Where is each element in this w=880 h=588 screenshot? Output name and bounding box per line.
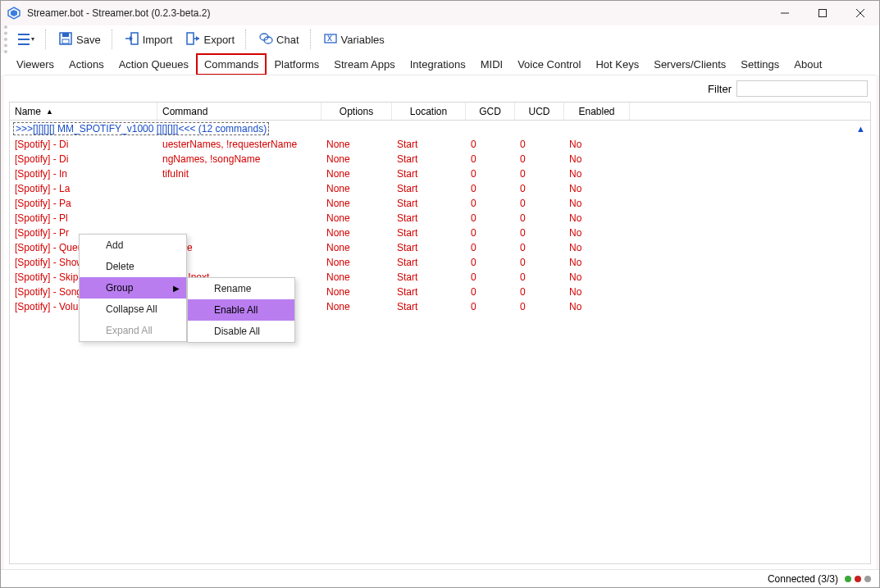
cell-enabled: No xyxy=(564,226,630,240)
save-icon xyxy=(58,31,73,48)
cell-location: Start xyxy=(392,166,466,181)
status-dot-red xyxy=(855,576,861,582)
menu-enable-all[interactable]: Enable All xyxy=(188,299,294,321)
cell-enabled: No xyxy=(564,240,630,255)
menu-delete[interactable]: Delete xyxy=(80,256,186,277)
table-row[interactable]: [Spotify] - IntifuInitNoneStart00No xyxy=(10,166,870,181)
cell-location: Start xyxy=(392,285,466,299)
statusbar: Connected (3/3) xyxy=(1,569,879,587)
cell-gcd: 0 xyxy=(466,226,515,240)
variables-icon: x xyxy=(323,31,338,48)
cell-options: None xyxy=(321,196,392,211)
tab-voice-control[interactable]: Voice Control xyxy=(510,54,588,75)
table-row[interactable]: [Spotify] - LaNoneStart00No xyxy=(10,181,870,196)
cell-options: None xyxy=(321,181,392,196)
export-button[interactable]: Export xyxy=(180,28,240,51)
svg-rect-12 xyxy=(62,39,69,43)
cell-ucd: 0 xyxy=(515,211,564,226)
status-dot-gray xyxy=(864,576,871,582)
group-header-row[interactable]: >>>[][][][] MM_SPOTIFY_v1000 [][][][]<<<… xyxy=(10,121,870,137)
cell-enabled: No xyxy=(564,285,630,299)
column-options[interactable]: Options xyxy=(321,103,392,120)
svg-text:x: x xyxy=(327,32,332,43)
svg-rect-3 xyxy=(819,10,827,17)
save-button[interactable]: Save xyxy=(52,28,107,51)
cell-options: None xyxy=(321,137,392,152)
tab-integrations[interactable]: Integrations xyxy=(403,54,473,75)
cell-enabled: No xyxy=(564,299,630,314)
filter-input[interactable] xyxy=(736,80,868,97)
variables-button[interactable]: x Variables xyxy=(317,28,390,51)
column-enabled[interactable]: Enabled xyxy=(564,103,630,120)
cell-location: Start xyxy=(392,137,466,152)
column-command[interactable]: Command xyxy=(157,103,321,120)
cell-gcd: 0 xyxy=(466,240,515,255)
tab-servers-clients[interactable]: Servers/Clients xyxy=(646,54,733,75)
cell-location: Start xyxy=(392,152,466,166)
table-row[interactable]: [Spotify] - PlNoneStart00No xyxy=(10,211,870,226)
tab-stream-apps[interactable]: Stream Apps xyxy=(326,54,402,75)
column-ucd-label: UCD xyxy=(529,106,550,117)
cell-enabled: No xyxy=(564,152,630,166)
maximize-button[interactable] xyxy=(804,1,841,25)
tab-settings[interactable]: Settings xyxy=(733,54,787,75)
tab-actions[interactable]: Actions xyxy=(62,54,112,75)
menu-disable-all-label: Disable All xyxy=(214,326,260,337)
menu-add[interactable]: Add xyxy=(80,235,186,256)
export-label: Export xyxy=(203,34,235,46)
toolbar-separator xyxy=(45,30,48,49)
cell-name: [Spotify] - Pa xyxy=(10,196,157,211)
submenu-arrow-icon: ▶ xyxy=(173,284,180,293)
content-area: Filter Name▲ Command Options Location GC… xyxy=(4,75,876,569)
table-row[interactable]: [Spotify] - DingNames, !songNameNoneStar… xyxy=(10,152,870,166)
cell-ucd: 0 xyxy=(515,181,564,196)
chat-button[interactable]: Chat xyxy=(253,28,304,51)
filter-label: Filter xyxy=(708,83,732,95)
cell-ucd: 0 xyxy=(515,240,564,255)
tab-commands[interactable]: Commands xyxy=(196,53,267,75)
tab-about[interactable]: About xyxy=(787,54,829,75)
menu-collapse-all-label: Collapse All xyxy=(106,303,157,315)
column-gcd[interactable]: GCD xyxy=(466,103,515,120)
minimize-button[interactable] xyxy=(766,1,804,25)
table-row[interactable]: [Spotify] - PaNoneStart00No xyxy=(10,196,870,211)
cell-options: None xyxy=(321,255,392,270)
tab-viewers[interactable]: Viewers xyxy=(9,54,62,75)
menu-collapse-all[interactable]: Collapse All xyxy=(80,299,186,320)
tab-midi[interactable]: MIDI xyxy=(473,54,510,75)
table-row[interactable]: [Spotify] - DiuesterNames, !requesterNam… xyxy=(10,137,870,152)
cell-command: ngNames, !songName xyxy=(157,152,321,166)
menu-disable-all[interactable]: Disable All xyxy=(188,321,294,342)
import-button[interactable]: Import xyxy=(119,28,179,51)
tab-action-queues[interactable]: Action Queues xyxy=(112,54,196,75)
menu-enable-all-label: Enable All xyxy=(214,304,258,316)
tab-platforms[interactable]: Platforms xyxy=(267,54,326,75)
cell-gcd: 0 xyxy=(466,299,515,314)
cell-ucd: 0 xyxy=(515,152,564,166)
filter-row: Filter xyxy=(4,75,876,102)
cell-name: [Spotify] - In xyxy=(10,166,157,181)
cell-options: None xyxy=(321,211,392,226)
cell-ucd: 0 xyxy=(515,196,564,211)
column-name[interactable]: Name▲ xyxy=(10,103,157,120)
column-ucd[interactable]: UCD xyxy=(515,103,564,120)
cell-gcd: 0 xyxy=(466,270,515,285)
status-connected: Connected (3/3) xyxy=(768,573,838,585)
chat-label: Chat xyxy=(276,34,299,46)
cell-gcd: 0 xyxy=(466,181,515,196)
menu-group[interactable]: Group▶ xyxy=(80,277,186,299)
cell-enabled: No xyxy=(564,181,630,196)
collapse-icon[interactable]: ▲ xyxy=(856,124,865,134)
app-icon xyxy=(7,7,21,20)
cell-name: [Spotify] - Di xyxy=(10,137,157,152)
column-location[interactable]: Location xyxy=(392,103,466,120)
cell-location: Start xyxy=(392,270,466,285)
import-icon xyxy=(125,31,139,48)
close-button[interactable] xyxy=(841,1,879,25)
commands-grid: Name▲ Command Options Location GCD UCD E… xyxy=(9,102,871,564)
cell-ucd: 0 xyxy=(515,270,564,285)
tab-hot-keys[interactable]: Hot Keys xyxy=(588,54,646,75)
menu-rename[interactable]: Rename xyxy=(188,278,294,299)
hamburger-menu[interactable] xyxy=(11,28,40,51)
cell-options: None xyxy=(321,270,392,285)
